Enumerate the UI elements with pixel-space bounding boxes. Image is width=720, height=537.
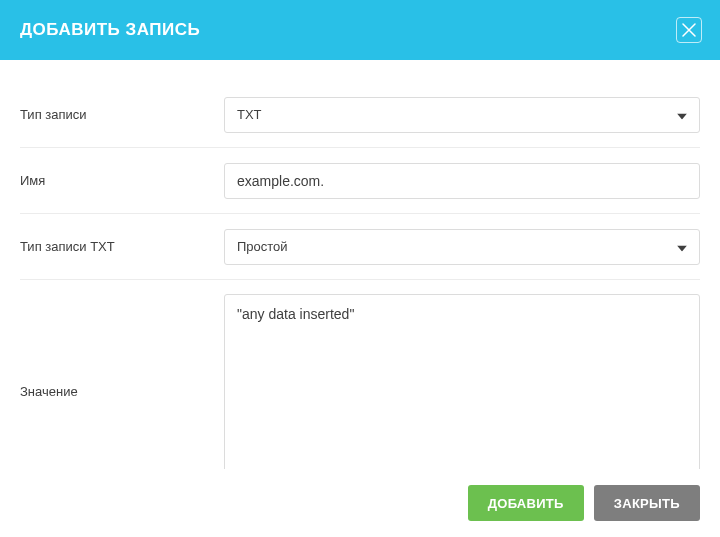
row-name: Имя	[20, 148, 700, 214]
select-txt-type-value: Простой	[237, 239, 288, 254]
label-value: Значение	[20, 384, 224, 399]
close-footer-button[interactable]: ЗАКРЫТЬ	[594, 485, 700, 521]
close-icon	[682, 23, 696, 37]
select-record-type[interactable]: TXT	[224, 97, 700, 133]
chevron-down-icon	[677, 107, 687, 122]
label-name: Имя	[20, 173, 224, 188]
chevron-down-icon	[677, 239, 687, 254]
label-txt-type: Тип записи TXT	[20, 239, 224, 254]
close-button[interactable]	[676, 17, 702, 43]
row-record-type: Тип записи TXT	[20, 82, 700, 148]
modal-header: ДОБАВИТЬ ЗАПИСЬ	[0, 0, 720, 60]
modal-footer: ДОБАВИТЬ ЗАКРЫТЬ	[0, 469, 720, 537]
modal-title: ДОБАВИТЬ ЗАПИСЬ	[20, 20, 200, 40]
select-record-type-value: TXT	[237, 107, 262, 122]
add-button[interactable]: ДОБАВИТЬ	[468, 485, 584, 521]
row-txt-type: Тип записи TXT Простой	[20, 214, 700, 280]
add-record-modal: ДОБАВИТЬ ЗАПИСЬ Тип записи TXT Имя	[0, 0, 720, 537]
modal-body: Тип записи TXT Имя Тип записи TXT Просто	[0, 60, 720, 469]
input-name[interactable]	[224, 163, 700, 199]
select-txt-type[interactable]: Простой	[224, 229, 700, 265]
label-record-type: Тип записи	[20, 107, 224, 122]
row-value: Значение	[20, 280, 700, 469]
textarea-value[interactable]	[224, 294, 700, 469]
